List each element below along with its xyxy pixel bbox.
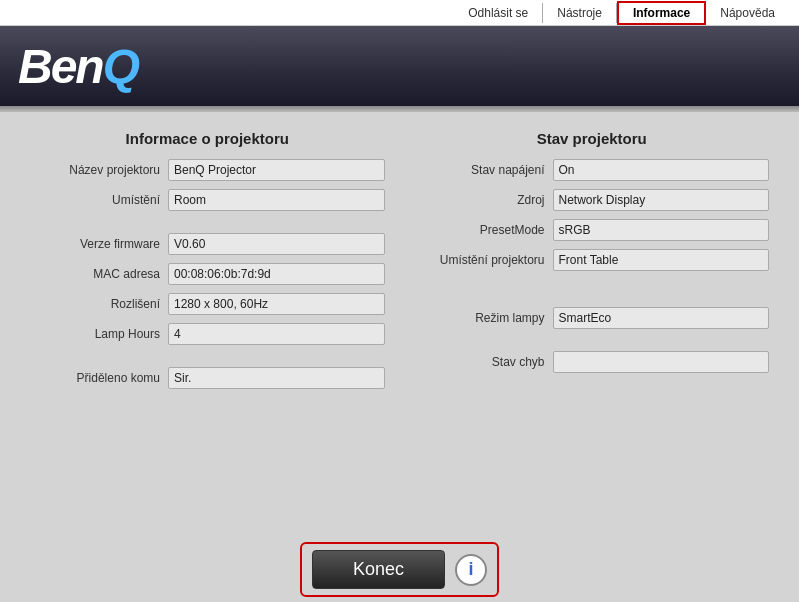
nav-napoveda[interactable]: Nápověda xyxy=(706,3,789,23)
label-rozliseni: Rozlišení xyxy=(30,297,160,311)
label-nazev: Název projektoru xyxy=(30,163,160,177)
value-umisteni-proj: Front Table xyxy=(553,249,770,271)
value-preset: sRGB xyxy=(553,219,770,241)
value-prideleno: Sir. xyxy=(168,367,385,389)
field-row-rezim: Režim lampy SmartEco xyxy=(415,307,770,329)
field-row-umisteni-proj: Umístění projektoru Front Table xyxy=(415,249,770,271)
field-row-lamp: Lamp Hours 4 xyxy=(30,323,385,345)
nav-nastroje[interactable]: Nástroje xyxy=(543,3,617,23)
label-stav-chyb: Stav chyb xyxy=(415,355,545,369)
field-row-rozliseni: Rozlišení 1280 x 800, 60Hz xyxy=(30,293,385,315)
value-umisteni: Room xyxy=(168,189,385,211)
value-firmware: V0.60 xyxy=(168,233,385,255)
main-content: Informace o projektoru Název projektoru … xyxy=(0,112,799,532)
field-row-stav-napajeni: Stav napájení On xyxy=(415,159,770,181)
nav-odhlasit[interactable]: Odhlásit se xyxy=(454,3,543,23)
label-prideleno: Přiděleno komu xyxy=(30,371,160,385)
konec-button[interactable]: Konec xyxy=(312,550,445,589)
button-area: Konec i xyxy=(0,532,799,602)
benq-logo: BenQ xyxy=(18,39,138,94)
field-row-umisteni: Umístění Room xyxy=(30,189,385,211)
label-umisteni: Umístění xyxy=(30,193,160,207)
left-section-title: Informace o projektoru xyxy=(30,130,385,147)
value-nazev: BenQ Projector xyxy=(168,159,385,181)
value-mac: 00:08:06:0b:7d:9d xyxy=(168,263,385,285)
info-icon[interactable]: i xyxy=(455,554,487,586)
right-section-title: Stav projektoru xyxy=(415,130,770,147)
field-row-firmware: Verze firmware V0.60 xyxy=(30,233,385,255)
field-row-mac: MAC adresa 00:08:06:0b:7d:9d xyxy=(30,263,385,285)
konec-wrapper: Konec i xyxy=(300,542,499,597)
label-firmware: Verze firmware xyxy=(30,237,160,251)
label-zdroj: Zdroj xyxy=(415,193,545,207)
value-stav-napajeni: On xyxy=(553,159,770,181)
value-lamp: 4 xyxy=(168,323,385,345)
field-row-zdroj: Zdroj Network Display xyxy=(415,189,770,211)
value-rozliseni: 1280 x 800, 60Hz xyxy=(168,293,385,315)
right-section: Stav projektoru Stav napájení On Zdroj N… xyxy=(415,130,770,522)
label-rezim: Režim lampy xyxy=(415,311,545,325)
field-row-nazev: Název projektoru BenQ Projector xyxy=(30,159,385,181)
top-navigation: Odhlásit se Nástroje Informace Nápověda xyxy=(0,0,799,26)
nav-informace[interactable]: Informace xyxy=(617,1,706,25)
value-rezim: SmartEco xyxy=(553,307,770,329)
label-umisteni-proj: Umístění projektoru xyxy=(415,253,545,267)
header: BenQ xyxy=(0,26,799,106)
left-section: Informace o projektoru Název projektoru … xyxy=(30,130,385,522)
field-row-stav-chyb: Stav chyb xyxy=(415,351,770,373)
label-lamp: Lamp Hours xyxy=(30,327,160,341)
label-preset: PresetMode xyxy=(415,223,545,237)
value-stav-chyb xyxy=(553,351,770,373)
label-mac: MAC adresa xyxy=(30,267,160,281)
value-zdroj: Network Display xyxy=(553,189,770,211)
field-row-prideleno: Přiděleno komu Sir. xyxy=(30,367,385,389)
field-row-preset: PresetMode sRGB xyxy=(415,219,770,241)
label-stav-napajeni: Stav napájení xyxy=(415,163,545,177)
